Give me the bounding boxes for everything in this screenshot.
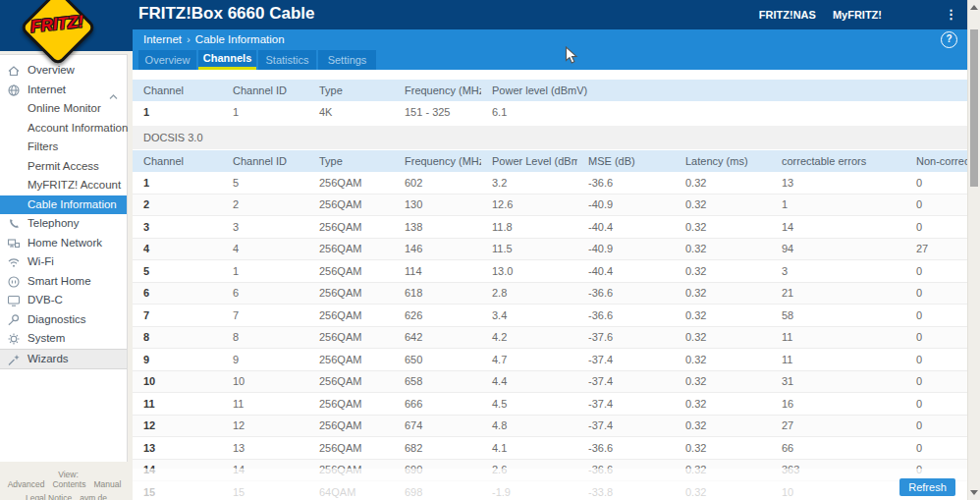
vertical-scrollbar[interactable]: [967, 0, 980, 500]
table-row: 99256QAM6504.7-37.40.32110: [133, 349, 967, 371]
table-row: 114K151 - 3256.1: [133, 101, 967, 123]
scrollbar-thumb[interactable]: [970, 29, 978, 187]
scroll-down-arrow[interactable]: [970, 490, 978, 495]
refresh-button[interactable]: Refresh: [899, 478, 955, 496]
table-cell: 0.32: [675, 415, 771, 437]
tab-channels[interactable]: Channels: [198, 50, 256, 70]
table-cell: 11.5: [481, 238, 577, 260]
table-cell: 256QAM: [308, 194, 394, 216]
breadcrumb: Internet›Cable Information: [133, 29, 967, 50]
table-row: 1212256QAM6744.8-37.40.32270: [133, 415, 967, 437]
sidebar-item-account-information[interactable]: Account Information: [0, 119, 127, 139]
sidebar-item-system[interactable]: System: [0, 329, 127, 349]
sidebar-item-telephony[interactable]: Telephony: [0, 214, 127, 234]
sidebar-item-label: Telephony: [27, 217, 79, 229]
fritznas-link[interactable]: FRITZ!NAS: [759, 9, 816, 21]
table-cell: 3: [222, 216, 308, 239]
column-header: Type: [308, 150, 394, 172]
table-cell: 1: [771, 194, 905, 216]
table-cell: -40.4: [577, 260, 675, 283]
table-cell: 12.6: [481, 194, 577, 216]
table-cell: 11.8: [481, 216, 577, 239]
tab-overview[interactable]: Overview: [138, 50, 196, 70]
table-cell: 58: [771, 305, 905, 327]
sidebar-item-label: Cable Information: [27, 198, 117, 210]
kebab-menu-icon[interactable]: ⋮: [945, 0, 957, 29]
table-cell: 2.8: [481, 282, 577, 305]
sidebar-item-wi-fi[interactable]: Wi-Fi: [0, 252, 127, 272]
table-cell: 4.4: [481, 370, 577, 393]
outlet-icon: [7, 275, 21, 289]
sidebar-item-label: Online Monitor: [27, 102, 101, 114]
table-cell: 4.2: [481, 326, 577, 349]
column-header: Latency (ms): [675, 150, 771, 172]
table-cell: 0: [905, 216, 967, 239]
table-cell: 13: [133, 437, 222, 460]
table-cell: 256QAM: [308, 260, 394, 283]
table-cell: 0: [905, 415, 967, 437]
sidebar-item-label: Home Network: [27, 237, 102, 249]
table-cell: -40.4: [577, 216, 675, 239]
sidebar-item-cable-information[interactable]: Cable Information: [0, 195, 127, 215]
table-cell: 138: [394, 216, 481, 239]
myfritz-link[interactable]: MyFRITZ!: [833, 9, 882, 21]
contents-link[interactable]: Contents: [52, 479, 85, 489]
legal-notice-link[interactable]: Legal Notice: [26, 493, 72, 500]
tab-statistics[interactable]: Statistics: [258, 50, 316, 70]
table-cell: 151 - 325: [394, 101, 481, 123]
table-cell: -36.6: [577, 282, 675, 305]
page-title: FRITZ!Box 6660 Cable: [138, 4, 315, 24]
sidebar-item-filters[interactable]: Filters: [0, 138, 127, 157]
table-row: 1313256QAM6824.1-36.60.32660: [133, 437, 967, 460]
sidebar-item-internet[interactable]: Internet: [0, 81, 127, 100]
table-cell: 1: [222, 101, 308, 123]
sidebar-item-home-network[interactable]: Home Network: [0, 234, 127, 253]
sidebar-item-overview[interactable]: Overview: [0, 61, 127, 81]
column-header: Channel ID: [222, 80, 308, 101]
table-cell: 602: [394, 172, 481, 194]
table-cell: -36.6: [577, 172, 675, 194]
table-cell: 0: [905, 172, 967, 194]
table-cell: 13: [222, 437, 308, 460]
sidebar-item-diagnostics[interactable]: Diagnostics: [0, 310, 127, 330]
table-cell: 6: [222, 282, 308, 305]
table-cell: 0: [905, 305, 967, 327]
sidebar-item-smart-home[interactable]: Smart Home: [0, 272, 127, 292]
question-icon: ?: [946, 33, 952, 44]
scroll-up-arrow[interactable]: [970, 5, 978, 10]
table-cell: 2: [222, 194, 308, 216]
table-cell: 10: [133, 370, 222, 393]
table-cell: 658: [394, 370, 481, 393]
table-cell: 0.32: [675, 216, 771, 239]
table-cell: 4.5: [481, 393, 577, 416]
top-header-bar: FRITZ!Box 6660 Cable FRITZ!NAS MyFRITZ! …: [0, 0, 967, 29]
tab-settings[interactable]: Settings: [318, 50, 376, 70]
sidebar-item-label: Account Information: [27, 122, 128, 134]
manual-link[interactable]: Manual: [93, 479, 121, 489]
table-cell: 0: [905, 370, 967, 393]
breadcrumb-section[interactable]: Internet: [143, 33, 182, 45]
column-header: Channel: [133, 150, 222, 172]
table-cell: 10: [222, 370, 308, 393]
header-actions: FRITZ!NAS MyFRITZ! ⋮: [742, 0, 957, 29]
help-button[interactable]: ?: [941, 31, 957, 48]
sidebar-item-dvb-c[interactable]: DVB-C: [0, 291, 127, 310]
sidebar-item-wizards[interactable]: Wizards: [0, 349, 127, 370]
sidebar-nav: OverviewInternetOnline MonitorAccount In…: [0, 54, 128, 462]
table-row: 77256QAM6263.4-36.60.32580: [133, 305, 967, 327]
table-cell: 0: [905, 437, 967, 460]
table-cell: 256QAM: [308, 282, 394, 305]
table-cell: 650: [394, 349, 481, 371]
wand-icon: [7, 353, 21, 366]
sidebar-item-label: Permit Access: [27, 160, 99, 172]
sidebar-item-online-monitor[interactable]: Online Monitor: [0, 99, 127, 119]
network-icon: [7, 237, 21, 250]
table-cell: 3: [133, 216, 222, 239]
avm-link[interactable]: avm.de: [80, 493, 107, 500]
sidebar-item-permit-access[interactable]: Permit Access: [0, 157, 127, 177]
table-cell: 3: [771, 260, 905, 283]
sidebar-item-myfritz-account[interactable]: MyFRITZ! Account: [0, 176, 127, 195]
table-cell: -37.4: [577, 349, 675, 371]
table-cell: 94: [771, 238, 905, 260]
table-cell: 11: [133, 393, 222, 416]
